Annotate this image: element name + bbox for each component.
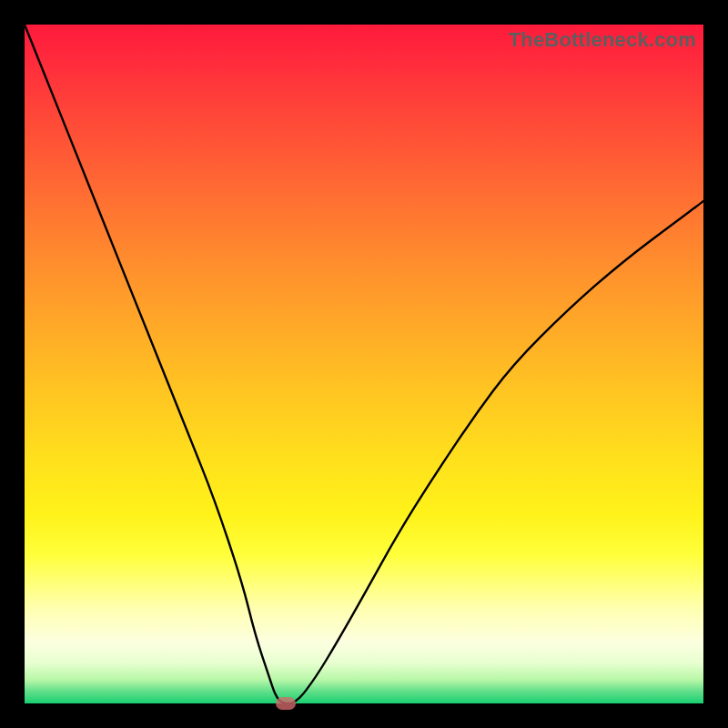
plot-area: TheBottleneck.com [25, 25, 703, 703]
chart-frame: TheBottleneck.com [0, 0, 728, 728]
bottleneck-curve [25, 25, 703, 703]
minimum-marker [276, 697, 296, 710]
